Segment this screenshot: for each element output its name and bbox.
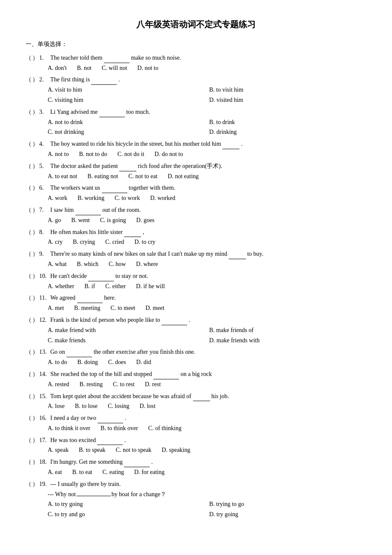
paren: （ bbox=[26, 347, 32, 357]
option[interactable]: A. met bbox=[48, 303, 64, 313]
option[interactable]: A. to think it over bbox=[48, 423, 90, 434]
answer-blank bbox=[97, 439, 123, 445]
answer-blank bbox=[222, 143, 239, 149]
option[interactable]: C. either bbox=[105, 281, 126, 292]
q-num: 17. bbox=[39, 435, 49, 445]
paren-close: ） bbox=[32, 293, 38, 303]
option[interactable]: C. not drinking bbox=[48, 127, 205, 137]
paren: （ bbox=[26, 227, 32, 237]
option[interactable]: B. to drink bbox=[209, 117, 366, 127]
option[interactable]: B. if bbox=[84, 281, 95, 292]
option[interactable]: B. to eat bbox=[72, 467, 92, 477]
option[interactable]: D. where bbox=[136, 259, 158, 269]
option[interactable]: A. make friend with bbox=[48, 325, 205, 335]
option[interactable]: A. to do bbox=[48, 357, 67, 367]
option[interactable]: D. rest bbox=[145, 379, 161, 390]
option[interactable]: C. not do it bbox=[118, 149, 144, 159]
option[interactable]: D. meet bbox=[145, 303, 164, 313]
paren: （ bbox=[26, 413, 32, 423]
option[interactable]: B. trying to go bbox=[209, 499, 366, 509]
option[interactable]: C. cried bbox=[105, 237, 124, 247]
paren-close: ） bbox=[32, 139, 38, 149]
paren: （ bbox=[26, 293, 32, 303]
option[interactable]: C. is going bbox=[100, 215, 126, 225]
option[interactable]: D. do not to bbox=[155, 149, 183, 159]
option[interactable]: A. go bbox=[48, 215, 61, 225]
option[interactable]: A. rested bbox=[48, 379, 69, 390]
option[interactable]: C. visiting him bbox=[48, 95, 205, 105]
answer-blank bbox=[193, 395, 210, 401]
option[interactable]: B. resting bbox=[80, 379, 103, 390]
option[interactable]: B. to lose bbox=[75, 401, 98, 411]
option[interactable]: D. drinking bbox=[209, 127, 366, 137]
option[interactable]: A. speak bbox=[48, 445, 69, 455]
option[interactable]: A. not to bbox=[48, 149, 69, 159]
paren: （ bbox=[26, 249, 32, 259]
paren: （ bbox=[26, 53, 32, 63]
option[interactable]: C. how bbox=[109, 259, 126, 269]
option[interactable]: B. eating not bbox=[87, 171, 118, 182]
sub-text: --- Why not bbox=[48, 489, 76, 500]
q-text: The doctor asked the patient rich food a… bbox=[50, 161, 366, 171]
option[interactable]: C. to work bbox=[115, 193, 140, 203]
option[interactable]: A. work bbox=[48, 193, 67, 203]
option[interactable]: C. to meet bbox=[111, 303, 135, 313]
option[interactable]: C. does bbox=[108, 357, 126, 367]
option[interactable]: B. to visit him bbox=[209, 85, 366, 95]
option[interactable]: D. lost bbox=[140, 401, 156, 411]
option[interactable]: B. doing bbox=[78, 357, 98, 367]
paren-close: ） bbox=[32, 391, 38, 402]
option[interactable]: C. not to eat bbox=[128, 171, 157, 182]
option[interactable]: C. of thinking bbox=[148, 423, 182, 434]
paren-close: ） bbox=[32, 369, 38, 379]
option[interactable]: B. make friends of bbox=[209, 325, 366, 335]
option[interactable]: A. lose bbox=[48, 401, 65, 411]
option[interactable]: C. make friends bbox=[48, 335, 205, 346]
option[interactable]: C. not to speak bbox=[116, 445, 152, 455]
option[interactable]: A. whether bbox=[48, 281, 74, 292]
option[interactable]: A. to try going bbox=[48, 499, 205, 509]
paren-close: ） bbox=[32, 413, 38, 423]
option[interactable]: D. for eating bbox=[134, 467, 164, 477]
option[interactable]: A. cry bbox=[48, 237, 63, 247]
option[interactable]: C. to rest bbox=[113, 379, 135, 390]
option[interactable]: D. worked bbox=[150, 193, 175, 203]
q-num: 2. bbox=[39, 75, 49, 85]
q-text: He can't decide to stay or not. bbox=[50, 271, 366, 281]
option[interactable]: A. visit to him bbox=[48, 85, 205, 95]
option[interactable]: D. if he will bbox=[136, 281, 165, 292]
option[interactable]: D. not eating bbox=[168, 171, 199, 182]
q-text: She reached the top of the hill and stop… bbox=[50, 369, 366, 379]
option[interactable]: C. will not bbox=[102, 63, 127, 73]
q-text: I need a day or two . bbox=[50, 413, 366, 423]
option[interactable]: C. to try and go bbox=[48, 509, 205, 520]
option[interactable]: B. which bbox=[77, 259, 98, 269]
option[interactable]: A. not to drink bbox=[48, 117, 205, 127]
option[interactable]: D. not to bbox=[137, 63, 158, 73]
option[interactable]: B. not to do bbox=[79, 149, 107, 159]
option[interactable]: A. what bbox=[48, 259, 66, 269]
option[interactable]: D. speaking bbox=[162, 445, 190, 455]
option[interactable]: A. don't bbox=[48, 63, 67, 73]
option[interactable]: A. eat bbox=[48, 467, 62, 477]
option[interactable]: D. make friends with bbox=[209, 335, 366, 346]
option[interactable]: B. working bbox=[78, 193, 104, 203]
option[interactable]: B. not bbox=[77, 63, 92, 73]
option[interactable]: C. losing bbox=[108, 401, 130, 411]
option[interactable]: A. to eat not bbox=[48, 171, 77, 182]
option[interactable]: B. to think over bbox=[101, 423, 138, 434]
option[interactable]: D. try going bbox=[209, 509, 366, 520]
option[interactable]: B. crying bbox=[73, 237, 95, 247]
option[interactable]: B. to speak bbox=[79, 445, 106, 455]
option[interactable]: B. meeting bbox=[74, 303, 100, 313]
option[interactable]: D. did bbox=[136, 357, 151, 367]
option[interactable]: D. visited him bbox=[209, 95, 366, 105]
option[interactable]: C. eating bbox=[102, 467, 124, 477]
paren: （ bbox=[26, 107, 32, 117]
option[interactable]: D. to cry bbox=[134, 237, 155, 247]
paren: （ bbox=[26, 183, 32, 193]
paren: （ bbox=[26, 161, 32, 171]
option[interactable]: B. went bbox=[71, 215, 90, 225]
option[interactable]: D. goes bbox=[136, 215, 155, 225]
question-block: （ ） 17. He was too excited . A. speakB. … bbox=[26, 435, 366, 456]
